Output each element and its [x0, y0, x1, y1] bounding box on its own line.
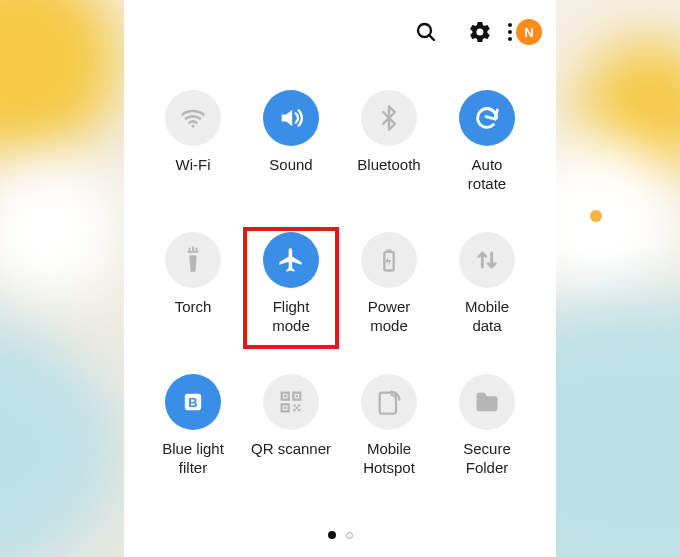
tile-auto-rotate[interactable]: Auto rotate — [438, 84, 536, 194]
quick-settings-grid: Wi-Fi Sound Bluetooth — [124, 64, 556, 513]
tile-sound[interactable]: Sound — [242, 84, 340, 175]
tile-label: Bluetooth — [357, 156, 420, 175]
svg-text:B: B — [188, 395, 197, 410]
battery-icon — [361, 232, 417, 288]
tile-label: Mobile Hotspot — [363, 440, 415, 478]
svg-rect-12 — [296, 395, 298, 397]
tile-hotspot[interactable]: Mobile Hotspot — [340, 368, 438, 478]
auto-rotate-icon — [459, 90, 515, 146]
data-arrows-icon — [459, 232, 515, 288]
pager-dot-active[interactable] — [328, 531, 336, 539]
tile-flight-mode[interactable]: Flight mode — [242, 226, 340, 336]
tile-blue-light[interactable]: B Blue light filter — [144, 368, 242, 478]
search-button[interactable] — [408, 14, 444, 50]
blue-light-icon: B — [165, 374, 221, 430]
svg-line-1 — [429, 35, 434, 40]
torch-icon — [165, 232, 221, 288]
svg-rect-3 — [190, 255, 197, 260]
tile-mobile-data[interactable]: Mobile data — [438, 226, 536, 336]
bluetooth-icon — [361, 90, 417, 146]
tile-label: Auto rotate — [468, 156, 506, 194]
svg-rect-14 — [293, 404, 295, 406]
tile-qr-scanner[interactable]: QR scanner — [242, 368, 340, 459]
svg-rect-15 — [298, 404, 300, 406]
svg-rect-5 — [387, 250, 392, 252]
tile-label: QR scanner — [251, 440, 331, 459]
header-bar: N — [124, 0, 556, 64]
sound-icon — [263, 90, 319, 146]
tile-secure-folder[interactable]: Secure Folder — [438, 368, 536, 478]
tile-power-mode[interactable]: Power mode — [340, 226, 438, 336]
svg-rect-17 — [298, 409, 300, 411]
svg-point-2 — [192, 125, 195, 128]
tile-label: Mobile data — [465, 298, 509, 336]
tile-wifi[interactable]: Wi-Fi — [144, 84, 242, 175]
avatar-letter: N — [524, 25, 533, 40]
settings-button[interactable] — [462, 14, 498, 50]
tile-torch[interactable]: Torch — [144, 226, 242, 317]
tile-label: Flight mode — [272, 298, 310, 336]
tile-bluetooth[interactable]: Bluetooth — [340, 84, 438, 175]
tile-label: Torch — [175, 298, 212, 317]
tile-label: Power mode — [368, 298, 411, 336]
page-indicator — [124, 513, 556, 557]
folder-icon — [459, 374, 515, 430]
svg-rect-18 — [296, 407, 298, 409]
quick-settings-panel: N Wi-Fi Sound — [124, 0, 556, 557]
tile-label: Secure Folder — [463, 440, 511, 478]
svg-rect-13 — [284, 407, 286, 409]
tile-label: Blue light filter — [162, 440, 224, 478]
profile-avatar[interactable]: N — [516, 19, 542, 45]
airplane-icon — [263, 232, 319, 288]
hotspot-icon — [361, 374, 417, 430]
wifi-icon — [165, 90, 221, 146]
gear-icon — [468, 20, 492, 44]
svg-rect-11 — [284, 395, 286, 397]
pager-dot[interactable] — [346, 532, 353, 539]
search-icon — [414, 20, 438, 44]
tile-label: Wi-Fi — [176, 156, 211, 175]
svg-rect-16 — [293, 409, 295, 411]
qr-icon — [263, 374, 319, 430]
tile-label: Sound — [269, 156, 312, 175]
